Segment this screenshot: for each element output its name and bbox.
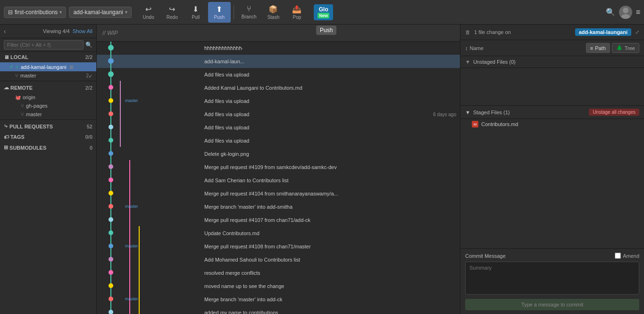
branch-button[interactable]: ⑂ Branch [237, 2, 261, 23]
graph-header: // WIP [97, 25, 460, 42]
submodules-label: SUBMODULES [9, 145, 46, 151]
submodules-header[interactable]: ⊞ SUBMODULES 0 [0, 142, 96, 153]
svg-point-0 [623, 8, 628, 13]
origin-icon: 🐙 [15, 95, 21, 100]
pull-requests-header[interactable]: ⤷ PULL REQUESTS 52 [0, 121, 96, 132]
undo-button[interactable]: ↩ Undo [137, 2, 160, 23]
commit-row[interactable]: add-kamal-laun... [97, 55, 460, 68]
staged-file-item[interactable]: M Contributors.md [460, 119, 644, 129]
repo2-selector[interactable]: add-kamal-laungani ▾ [69, 7, 131, 18]
commit-row[interactable]: Merge branch 'master' into add-smitha [97, 200, 460, 213]
commit-row[interactable]: Merge pull request #4104 from smithanara… [97, 187, 460, 200]
commit-row[interactable]: Delete gk-login.png [97, 147, 460, 161]
sidebar-item-remote-master[interactable]: ⑂ master [0, 110, 96, 119]
expand-icon[interactable]: ⤢ [635, 29, 639, 35]
commit-message: Add Sam Cherian to Contributors list [201, 178, 456, 183]
commit-row[interactable]: Add files via upload6 days ago [97, 108, 460, 121]
tag-icon: 🏷 [4, 134, 9, 140]
file-type-icon: M [472, 121, 478, 127]
toolbar-left: ⊟ first-contributions ▾ add-kamal-launga… [4, 7, 132, 18]
graph-column [97, 173, 201, 188]
amend-checkbox[interactable]: Amend [615, 253, 639, 259]
commit-row[interactable]: Added Kamal Laungani to Contributors.md [97, 81, 460, 94]
tab-tree[interactable]: 🌲 Tree [612, 43, 639, 53]
tab-path[interactable]: ≡ Path [586, 43, 610, 53]
commit-row[interactable]: moved name up to see the change [97, 280, 460, 293]
files-header: ↕ Name ≡ Path 🌲 Tree [460, 40, 644, 56]
tags-header[interactable]: 🏷 TAGS 0/0 [0, 132, 96, 142]
graph-column [97, 306, 201, 314]
graph-column [97, 253, 201, 267]
svg-point-1 [621, 14, 630, 19]
avatar[interactable] [619, 6, 632, 19]
commit-time: 6 days ago [433, 112, 456, 117]
show-all-link[interactable]: Show All [73, 28, 92, 34]
commit-row[interactable]: Add files via upload [97, 94, 460, 108]
branch-icon: ⑂ [247, 5, 251, 13]
unstage-all-button[interactable]: Unstage all changes [589, 109, 639, 116]
pull-button[interactable]: ⬇ Pull [184, 2, 207, 23]
search-icon[interactable]: 🔍 [606, 8, 615, 17]
local-section-header[interactable]: 🖥 LOCAL 2/2 [0, 52, 96, 62]
submodules-icon: ⊞ [4, 144, 8, 151]
trash-icon[interactable]: 🗑 [465, 29, 470, 35]
back-arrow[interactable]: ‹ [4, 27, 6, 35]
path-tree-tabs: ≡ Path 🌲 Tree [586, 43, 639, 53]
glo-button[interactable]: Glo New [314, 4, 333, 20]
commit-message: add-kamal-laun... [201, 59, 456, 64]
commit-message: Add files via upload [201, 138, 456, 144]
commit-row[interactable]: Add files via upload [97, 68, 460, 81]
collapse-icon: ▼ [465, 59, 470, 65]
pop-button[interactable]: 📤 Pop [285, 2, 308, 23]
redo-button[interactable]: ↪ Redo [161, 2, 184, 23]
commit-row[interactable]: Merge branch 'master' into add-ck [97, 293, 460, 306]
commit-summary-input[interactable] [465, 262, 639, 295]
repo1-selector[interactable]: ⊟ first-contributions ▾ [4, 7, 66, 18]
graph-column [97, 107, 201, 122]
commit-row[interactable]: Add files via upload [97, 121, 460, 134]
stash-button[interactable]: 📦 Stash [262, 2, 284, 23]
commit-row[interactable]: Add Mohamed Sahouli to Contributors list [97, 253, 460, 266]
toolbar-right: 🔍 ≡ [606, 6, 640, 19]
commit-msg-header: Commit Message Amend [465, 253, 639, 259]
menu-icon[interactable]: ≡ [636, 8, 640, 17]
commit-row[interactable]: Merge pull request #4109 from samkcdev/a… [97, 161, 460, 174]
amend-check[interactable] [615, 253, 621, 259]
commit-message: moved name up to see the change [201, 283, 456, 289]
sidebar-item-origin[interactable]: 🐙 origin [0, 93, 96, 102]
commit-row[interactable]: Merge pull request #4108 from chan71/mas… [97, 240, 460, 253]
graph-column [97, 160, 201, 175]
unstaged-header[interactable]: ▼ Unstaged Files (0) [460, 56, 644, 68]
remote-label: REMOTE [10, 85, 33, 91]
filter-box: 🔍 [0, 38, 96, 52]
commit-row[interactable]: added my name to contributions [97, 306, 460, 314]
graph-content[interactable]: ħħħħħħħħħħħħħ·add-kamal-laun...Add files… [97, 42, 460, 314]
right-panel: 🗑 1 file change on add-kamal-laungani ⤢ … [460, 25, 644, 314]
graph-column [97, 120, 201, 135]
sidebar-item-master[interactable]: ⑂ master 2↙ [0, 71, 96, 80]
sidebar-item-active-branch[interactable]: ✓ ⑂ add-kamal-laungani 🖥 [0, 62, 96, 71]
graph-column [97, 134, 201, 148]
filter-input[interactable] [4, 40, 84, 50]
commit-message: Update Contributors.md [201, 230, 456, 236]
commit-row[interactable]: Merge pull request #4107 from chan71/add… [97, 213, 460, 227]
commit-row[interactable]: resolved merge conflicts [97, 266, 460, 280]
sidebar-item-gh-pages[interactable]: ⑂ gh-pages [0, 102, 96, 110]
push-popup: Push [316, 25, 336, 35]
push-button[interactable]: ⬆ Push [208, 2, 231, 23]
filter-search-icon[interactable]: 🔍 [85, 42, 92, 48]
commit-message: resolved merge conflicts [201, 270, 456, 276]
commit-message: Add files via upload [201, 98, 456, 104]
commit-submit-button[interactable]: Type a message to commit [465, 299, 639, 310]
commit-row[interactable]: Add files via upload [97, 134, 460, 147]
staged-header[interactable]: ▼ Staged Files (1) Unstage all changes [460, 106, 644, 119]
sidebar-icon: ⊟ [8, 9, 13, 16]
remote-section-header[interactable]: ☁ REMOTE 2/2 [0, 82, 96, 93]
graph-column [97, 239, 201, 254]
commit-row[interactable]: Add Sam Cherian to Contributors list [97, 174, 460, 187]
sidebar: ‹ Viewing 4/4 Show All 🔍 🖥 LOCAL 2/2 ✓ ⑂… [0, 25, 97, 314]
commit-row[interactable]: Update Contributors.md [97, 227, 460, 240]
wip-label: // WIP [102, 30, 118, 36]
graph-area: // WIP ħħħħħħħħħħħħħ·add-kamal-laun...Ad… [97, 25, 460, 314]
commit-row[interactable]: ħħħħħħħħħħħħħ· [97, 42, 460, 55]
